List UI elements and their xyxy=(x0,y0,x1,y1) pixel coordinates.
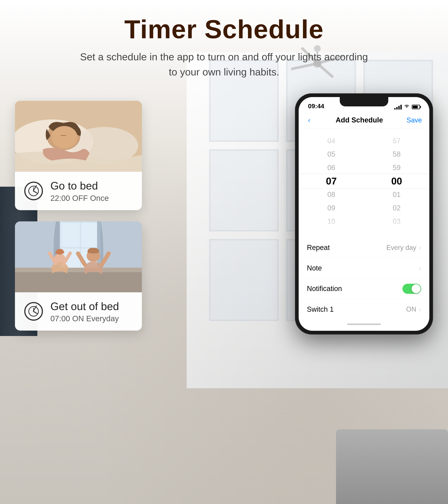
svg-point-35 xyxy=(33,311,34,312)
repeat-chevron-icon: › xyxy=(419,245,421,251)
switch1-chevron-icon: › xyxy=(419,306,421,312)
svg-line-34 xyxy=(34,311,36,313)
phone-notch xyxy=(340,97,388,107)
wake-card-detail: 07:00 ON Everyday xyxy=(50,314,133,323)
notification-toggle[interactable] xyxy=(402,284,421,294)
minute-item[interactable]: 02 xyxy=(364,201,429,215)
phone-screen: 09:44 xyxy=(299,97,429,331)
hour-item[interactable]: 08 xyxy=(299,188,364,201)
svg-rect-12 xyxy=(15,101,142,172)
repeat-value: Every day xyxy=(386,244,416,252)
hour-item-selected[interactable]: 07 xyxy=(299,174,364,188)
wake-card-title: Get out of bed xyxy=(50,300,133,313)
status-time: 09:44 xyxy=(308,103,324,110)
save-button[interactable]: Save xyxy=(407,116,422,124)
hour-item[interactable]: 06 xyxy=(299,161,364,174)
signal-bar-1 xyxy=(394,108,395,109)
wifi-icon xyxy=(404,104,410,110)
toggle-knob xyxy=(412,284,421,293)
svg-rect-31 xyxy=(15,221,142,292)
app-navigation-bar: ‹ Add Schedule Save xyxy=(299,112,429,128)
content-area: Go to bed 22:00 OFF Once xyxy=(0,90,448,504)
svg-point-16 xyxy=(33,190,34,192)
wake-card-info: Get out of bed 07:00 ON Everyday xyxy=(15,292,142,331)
minute-item[interactable]: 57 xyxy=(364,134,429,147)
signal-bars-icon xyxy=(394,104,402,109)
notification-label: Notification xyxy=(307,285,402,293)
home-indicator xyxy=(347,324,381,325)
repeat-setting-item[interactable]: Repeat Every day › xyxy=(299,237,429,258)
sleep-image xyxy=(15,101,142,172)
note-setting-item[interactable]: Note › xyxy=(299,258,429,278)
hours-column[interactable]: 04 05 06 07 08 09 10 xyxy=(299,132,364,230)
nav-title: Add Schedule xyxy=(312,116,407,124)
minute-item[interactable]: 58 xyxy=(364,147,429,161)
note-label: Note xyxy=(307,264,416,272)
page-title: Timer Schedule xyxy=(0,15,448,44)
clock-icon-sleep xyxy=(24,182,43,200)
sleep-card-title: Go to bed xyxy=(50,179,133,192)
svg-line-15 xyxy=(34,191,36,193)
signal-bar-2 xyxy=(396,107,398,109)
battery-icon xyxy=(412,105,420,109)
notification-setting-item[interactable]: Notification xyxy=(299,278,429,299)
phone-home-bar xyxy=(299,320,429,331)
sleep-card-text: Go to bed 22:00 OFF Once xyxy=(50,179,133,203)
minutes-column[interactable]: 57 58 59 00 01 02 03 xyxy=(364,132,429,230)
minute-item[interactable]: 03 xyxy=(364,215,429,228)
sleep-schedule-card: Go to bed 22:00 OFF Once xyxy=(15,101,142,210)
back-button[interactable]: ‹ xyxy=(306,114,312,126)
hour-item[interactable]: 04 xyxy=(299,134,364,147)
settings-list: Repeat Every day › Note › Notification xyxy=(299,237,429,320)
minute-item-selected[interactable]: 00 xyxy=(364,174,429,188)
minute-item[interactable]: 01 xyxy=(364,188,429,201)
phone-outer-frame: 09:44 xyxy=(295,93,433,335)
page-subtitle: Set a schedule in the app to turn on and… xyxy=(75,49,373,79)
sleep-card-info: Go to bed 22:00 OFF Once xyxy=(15,172,142,210)
morning-image xyxy=(15,221,142,292)
hour-item[interactable]: 09 xyxy=(299,201,364,215)
page-header: Timer Schedule Set a schedule in the app… xyxy=(0,0,448,91)
switch1-value: ON xyxy=(406,306,416,313)
signal-bar-4 xyxy=(400,105,402,109)
wake-schedule-card: Get out of bed 07:00 ON Everyday xyxy=(15,221,142,331)
hour-item[interactable]: 05 xyxy=(299,147,364,161)
clock-icon-wake xyxy=(24,302,43,321)
switch1-setting-item[interactable]: Switch 1 ON › xyxy=(299,299,429,320)
time-columns: 04 05 06 07 08 09 10 57 58 59 xyxy=(299,132,429,230)
time-picker[interactable]: 04 05 06 07 08 09 10 57 58 59 xyxy=(299,128,429,234)
signal-bar-3 xyxy=(398,106,400,109)
sleep-card-detail: 22:00 OFF Once xyxy=(50,194,133,203)
schedule-cards-panel: Go to bed 22:00 OFF Once xyxy=(15,101,142,342)
hour-item[interactable]: 10 xyxy=(299,215,364,228)
note-chevron-icon: › xyxy=(419,265,421,271)
status-icons xyxy=(394,104,420,110)
battery-fill xyxy=(413,106,418,108)
phone-mockup: 09:44 xyxy=(295,93,433,335)
switch1-label: Switch 1 xyxy=(307,306,406,313)
wake-card-text: Get out of bed 07:00 ON Everyday xyxy=(50,300,133,323)
minute-item[interactable]: 59 xyxy=(364,161,429,174)
repeat-label: Repeat xyxy=(307,244,386,252)
